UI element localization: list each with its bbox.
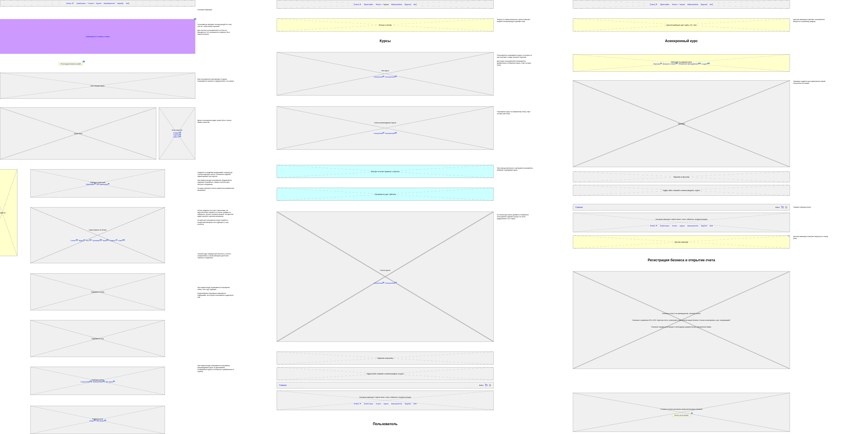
- nav-etapy[interactable]: Этапы ▼: [66, 2, 73, 4]
- nav-zhurnal[interactable]: Журнал: [405, 403, 411, 405]
- type-trainer[interactable]: Тренажер13: [92, 239, 102, 241]
- async-link[interactable]: Асинхронный4: [385, 76, 397, 78]
- news-block: Блок новостей: [172, 129, 182, 131]
- nav-zhurnal[interactable]: Журнал: [701, 225, 707, 227]
- sync-course-link[interactable]: Синхронный16: [81, 381, 92, 382]
- type-test[interactable]: Тест12: [86, 239, 92, 241]
- nav-meropriyatiya[interactable]: Мероприятия: [687, 3, 698, 5]
- nav-etapy[interactable]: Этапы ▼: [650, 225, 657, 227]
- home-link[interactable]: Главная: [575, 206, 583, 208]
- tab-qa[interactable]: Вопросы и ответы9: [663, 63, 677, 65]
- star-icon[interactable]: [785, 206, 787, 209]
- async-link[interactable]: Асинхронный8: [385, 282, 397, 284]
- tag-filter[interactable]: Фильтры по тегам / формату / стоимости: [371, 171, 400, 172]
- nav-etapy[interactable]: Этапы ▼: [354, 403, 361, 405]
- nav-tags-block[interactable]: Навигация по этапам и тегам: [86, 36, 110, 37]
- tab-about[interactable]: О курсе11: [702, 63, 710, 65]
- nav-uslugi[interactable]: Услуги: [376, 403, 381, 405]
- register-business-btn[interactable]: Регистрация бизнеса онлайн: [59, 62, 83, 65]
- my-courses: Мои текущие курсы: [91, 85, 104, 87]
- nav-traektorii[interactable]: Траектории: [364, 403, 373, 405]
- star-icon[interactable]: [489, 384, 491, 386]
- sync-link[interactable]: Синхронный5: [374, 132, 384, 134]
- my-courses: Мои курсы: [381, 70, 389, 71]
- nav-meropriyatiya[interactable]: Мероприятия: [391, 3, 402, 5]
- nav-kursy[interactable]: Курсы: [384, 403, 389, 405]
- type-article[interactable]: Статья11: [70, 239, 78, 241]
- nav-meropriyatiya[interactable]: Мероприятия: [391, 403, 402, 405]
- section-nav-label: Навигация по разделам курса: [671, 61, 692, 63]
- home-link[interactable]: Главная: [279, 384, 286, 386]
- ann-rec: Популярные курсы по выбранному этапу, ст…: [497, 111, 534, 115]
- login-link[interactable]: Войти: [775, 207, 780, 208]
- trainer-block: Тренажер: [678, 123, 685, 125]
- courses-block: Подборка курсов: [92, 379, 103, 381]
- nav-kursy[interactable]: Курсы: [96, 2, 101, 4]
- type-game[interactable]: Игра14: [103, 239, 109, 241]
- razdel-label: разделов: [0, 212, 5, 214]
- all-services-link[interactable]: Все услуги4: [97, 420, 106, 422]
- all-courses-link[interactable]: Все курсы6: [106, 381, 115, 382]
- start-registration-btn[interactable]: Начать регистрацию: [672, 414, 691, 416]
- async-course-link[interactable]: Асинхронный17: [93, 381, 105, 382]
- type-advice[interactable]: Совет10: [118, 239, 125, 241]
- nav-traektorii[interactable]: Траектории: [364, 3, 373, 5]
- ann-courses: При первом входе показываются популярные…: [197, 365, 235, 372]
- nav-zhurnal[interactable]: Журнал: [405, 3, 411, 5]
- ann-sort: При помощи фильтров и сортировки пользов…: [497, 167, 534, 171]
- async-link[interactable]: Асинхронный6: [385, 132, 397, 134]
- sort[interactable]: Сортировка по дате / рейтингу: [374, 193, 396, 195]
- service-desc-2: Описание и сравнение ИП и ООО. Карточка …: [628, 319, 735, 321]
- nav-vse[interactable]: Всё: [126, 2, 129, 4]
- nav-traektorii[interactable]: Траектории: [660, 225, 669, 227]
- nav-meropriyatiya[interactable]: Мероприятия: [104, 2, 115, 4]
- page-title: Курсы: [277, 39, 494, 43]
- service-link[interactable]: Услуга3: [89, 420, 96, 422]
- subscribe[interactable]: Подписка на рассылку: [377, 358, 393, 359]
- nav-traektorii[interactable]: Траектории: [76, 2, 86, 4]
- stage-filter[interactable]: Фильтр по этапам: [379, 24, 392, 26]
- login-link[interactable]: Войти: [479, 384, 484, 386]
- nav-uslugi[interactable]: Услуги: [672, 3, 677, 5]
- nav-kursy[interactable]: Курсы: [680, 225, 685, 227]
- type-video[interactable]: Видео8: [79, 239, 85, 241]
- tab-learning[interactable]: Обучение8: [653, 63, 662, 65]
- tab-announcements[interactable]: Объявления преподавателя10: [678, 63, 701, 65]
- cart-icon[interactable]: [781, 206, 783, 209]
- sync-link[interactable]: Синхронный7: [374, 282, 384, 284]
- async-title: Асинхронный курс: [573, 39, 790, 43]
- subscribe[interactable]: Подписка на рассылку: [673, 176, 689, 178]
- ann-my: Пользователю показываются курсы, в котор…: [497, 54, 534, 66]
- nav-vse[interactable]: Всё: [710, 3, 713, 5]
- sync-link[interactable]: Синхронный3: [374, 76, 384, 78]
- news-link[interactable]: Новость4: [173, 135, 181, 137]
- nav-uslugi[interactable]: Услуги: [88, 2, 94, 4]
- nav-vse[interactable]: Всё: [710, 225, 713, 227]
- services-block: Подборка услуг: [92, 418, 103, 420]
- cart-icon[interactable]: [485, 384, 487, 386]
- nav-uslugi[interactable]: Услуги: [672, 225, 677, 227]
- price-desc: Стоимость услуги для разных форм регистр…: [656, 408, 707, 410]
- news-link[interactable]: Новость2: [173, 132, 181, 134]
- type-podcast[interactable]: Подкаст9: [110, 239, 117, 241]
- nav-etapy[interactable]: Этапы ▼: [650, 3, 657, 5]
- nav-traektorii[interactable]: Траектории: [660, 3, 669, 5]
- traektoriya-link[interactable]: Траектория1: [86, 183, 96, 185]
- service-desc-3: Описание порядка регистрации и необходим…: [647, 326, 716, 328]
- badge: 4: [83, 61, 85, 62]
- ann-bc: Цепочка навигации позволяет пользователю…: [793, 19, 830, 22]
- nav-kursy[interactable]: Курсы: [680, 3, 685, 5]
- news-link[interactable]: Новость3: [173, 134, 181, 135]
- breadcrumb-chain[interactable]: Цепочка навигации: [675, 241, 688, 243]
- nav-kursy-active[interactable]: Курсы: [384, 3, 389, 5]
- nav-meropriyatiya[interactable]: Мероприятия: [687, 225, 698, 227]
- nav-zhurnal[interactable]: Журнал: [701, 3, 707, 5]
- all-traektorii-link[interactable]: Все траектории2: [97, 183, 110, 185]
- breadcrumb[interactable]: Цепочка навигации: курс / курсы / тег / …: [666, 24, 697, 26]
- svg-marker-5: [785, 206, 787, 208]
- nav-vse[interactable]: Всё: [413, 3, 416, 5]
- nav-vse[interactable]: Всё: [413, 403, 416, 405]
- nav-etapy[interactable]: Этапы ▼: [354, 3, 361, 5]
- nav-zhurnal[interactable]: Журнал: [117, 2, 123, 4]
- nav-uslugi[interactable]: Услуги: [376, 3, 381, 5]
